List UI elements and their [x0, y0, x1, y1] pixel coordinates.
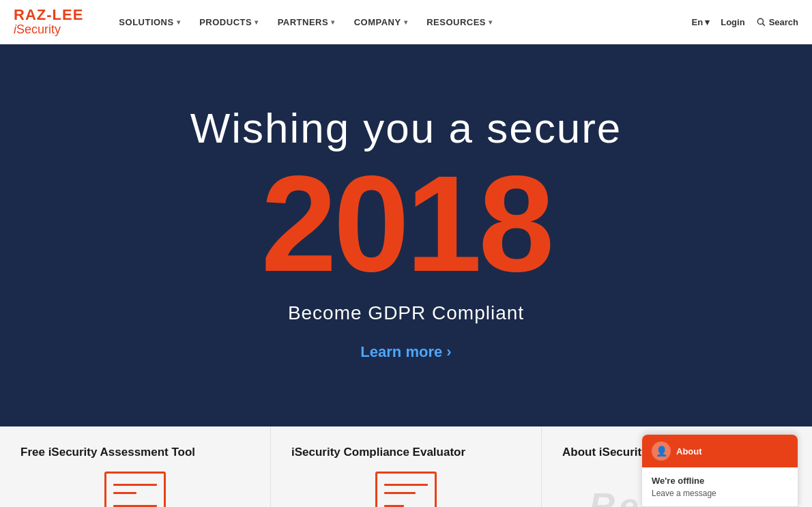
hero-section: Wishing you a secure 2018 Become GDPR Co… — [0, 44, 812, 426]
chat-widget: 👤 About We're offline Leave a message — [641, 434, 798, 507]
nav-products[interactable]: PRODUCTS ▾ — [191, 12, 266, 33]
learn-more-link[interactable]: Learn more › — [360, 343, 451, 361]
logo[interactable]: RAZ-LEE iSecurity — [14, 7, 83, 37]
hero-year: 2018 — [261, 166, 551, 282]
hero-tagline: Wishing you a secure — [190, 104, 622, 152]
logo-isecurity: iSecurity — [14, 23, 83, 37]
navbar: RAZ-LEE iSecurity SOLUTIONS ▾ PRODUCTS ▾… — [0, 0, 812, 44]
hero-subtitle: Become GDPR Compliant — [288, 302, 524, 324]
nav-partners[interactable]: PARTNERS ▾ — [270, 12, 343, 33]
card-compliance-title: iSecurity Compliance Evaluator — [291, 446, 521, 459]
chat-avatar: 👤 — [652, 441, 671, 461]
card-assessment-title: Free iSecurity Assessment Tool — [20, 446, 250, 459]
card-assessment: Free iSecurity Assessment Tool — [0, 426, 271, 507]
chat-leave-message[interactable]: Leave a message — [652, 489, 788, 498]
products-arrow: ▾ — [255, 18, 259, 26]
logo-lee: LEE — [53, 6, 84, 23]
logo-security-text: Security — [16, 23, 61, 36]
logo-dash: - — [46, 6, 52, 23]
nav-resources[interactable]: RESOURCES ▾ — [418, 12, 500, 33]
login-button[interactable]: Login — [721, 17, 744, 27]
nav-right: En ▾ Login Search — [692, 17, 798, 27]
chat-status: We're offline — [652, 476, 788, 486]
chat-header[interactable]: 👤 About — [642, 435, 798, 467]
chat-body: We're offline Leave a message — [642, 467, 798, 506]
solutions-arrow: ▾ — [177, 18, 181, 26]
nav-company[interactable]: COMPANY ▾ — [346, 12, 416, 33]
logo-raz: RAZ — [14, 6, 46, 23]
partners-arrow: ▾ — [331, 18, 335, 26]
company-arrow: ▾ — [404, 18, 408, 26]
logo-razlee: RAZ-LEE — [14, 7, 83, 23]
nav-solutions[interactable]: SOLUTIONS ▾ — [111, 12, 188, 33]
nav-links: SOLUTIONS ▾ PRODUCTS ▾ PARTNERS ▾ COMPAN… — [111, 12, 691, 33]
svg-point-0 — [757, 18, 763, 24]
search-button[interactable]: Search — [756, 17, 798, 27]
search-icon — [756, 17, 766, 27]
resources-arrow: ▾ — [489, 18, 493, 26]
language-selector[interactable]: En ▾ — [692, 17, 710, 27]
chat-header-label: About — [676, 446, 702, 457]
card-compliance-icon — [291, 472, 521, 507]
svg-line-1 — [762, 24, 764, 26]
card-assessment-icon — [20, 472, 250, 507]
card-compliance: iSecurity Compliance Evaluator — [271, 426, 542, 507]
